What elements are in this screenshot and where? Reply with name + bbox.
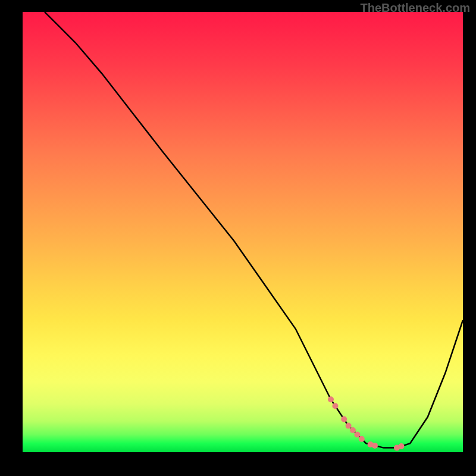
highlight-dot bbox=[332, 403, 338, 409]
highlight-dot bbox=[346, 423, 352, 429]
highlight-dot bbox=[341, 416, 347, 422]
highlight-dot bbox=[398, 443, 404, 449]
highlight-dot bbox=[350, 427, 356, 433]
plot-area bbox=[23, 12, 463, 452]
highlight-dot bbox=[372, 443, 378, 449]
highlight-dot bbox=[328, 396, 334, 402]
chart-container: TheBottleneck.com bbox=[0, 0, 476, 476]
chart-curve-svg bbox=[23, 12, 463, 452]
highlight-dot bbox=[354, 431, 360, 437]
highlight-dot bbox=[359, 436, 365, 442]
chart-line bbox=[45, 12, 463, 448]
watermark-text: TheBottleneck.com bbox=[361, 1, 470, 15]
